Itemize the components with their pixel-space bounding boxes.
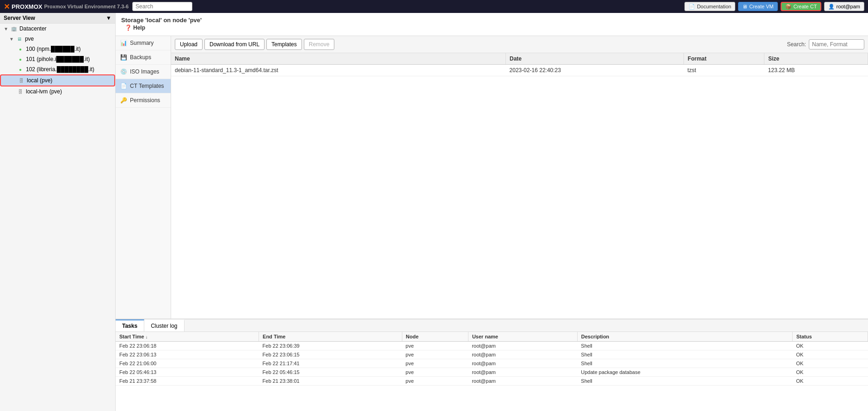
download-url-label: Download from URL [209, 41, 259, 48]
task-status: OK [792, 350, 868, 359]
bottom-tabs: Tasks Cluster log [116, 319, 868, 332]
col-description[interactable]: Description [577, 332, 792, 342]
local-storage-label: local (pve) [27, 77, 52, 84]
task-user: root@pam [468, 377, 577, 386]
vm-102-label: 102 (libreria.████████.it) [26, 66, 94, 73]
vm-running-icon-101: ● [17, 55, 24, 63]
datacenter-icon: 🏢 [10, 25, 18, 32]
col-date[interactable]: Date [506, 53, 684, 65]
col-size[interactable]: Size [764, 53, 868, 65]
tab-tasks[interactable]: Tasks [116, 319, 144, 331]
server-view-label: Server View [4, 15, 35, 21]
tab-cluster-log[interactable]: Cluster log [144, 319, 184, 331]
download-url-button[interactable]: Download from URL [204, 39, 265, 50]
nav-item-ct-templates[interactable]: 📄 CT Templates [116, 79, 171, 93]
documentation-button[interactable]: 📄 Documentation [684, 2, 735, 11]
nav-ct-templates-label: CT Templates [130, 83, 164, 89]
task-end: Feb 22 05:46:15 [259, 368, 402, 377]
templates-label: Templates [271, 41, 297, 48]
file-date: 2023-02-16 22:40:23 [506, 65, 684, 76]
chevron-down-icon: ▼ [106, 15, 111, 21]
col-node[interactable]: Node [402, 332, 468, 342]
nav-summary-label: Summary [130, 40, 154, 46]
task-row[interactable]: Feb 22 21:06:00 Feb 22 21:17:41 pve root… [116, 359, 868, 368]
nav-item-iso[interactable]: 💿 ISO Images [116, 65, 171, 79]
col-end-time[interactable]: End Time [259, 332, 402, 342]
task-desc: Shell [577, 342, 792, 350]
sidebar-item-vm-101[interactable]: ● 101 (pihole.i███████.it) [0, 54, 115, 64]
nav-item-summary[interactable]: 📊 Summary [116, 36, 171, 50]
left-navigation: 📊 Summary 💾 Backups 💿 ISO Images 📄 CT Te… [116, 36, 171, 319]
storage-icon-local: 🗄 [18, 77, 25, 84]
create-ct-label: Create CT [794, 4, 817, 9]
pve-label: pve [25, 36, 34, 42]
templates-button[interactable]: Templates [266, 39, 302, 50]
create-vm-button[interactable]: 🖥 Create VM [738, 2, 778, 11]
task-node: pve [402, 350, 468, 359]
server-view-header[interactable]: Server View ▼ [0, 13, 115, 24]
col-status[interactable]: Status [792, 332, 868, 342]
top-search-input[interactable] [132, 2, 192, 11]
task-status: OK [792, 359, 868, 368]
task-node: pve [402, 377, 468, 386]
help-button[interactable]: ❓ Help [121, 24, 862, 32]
sidebar-item-vm-102[interactable]: ● 102 (libreria.████████.it) [0, 64, 115, 74]
tasks-table: Start Time ↓ End Time Node User name Des… [116, 332, 868, 411]
ct-templates-icon: 📄 [120, 83, 127, 89]
user-menu[interactable]: 👤 root@pam [824, 2, 864, 11]
permissions-icon: 🔑 [120, 97, 127, 104]
task-node: pve [402, 368, 468, 377]
vm-running-icon: ● [17, 45, 24, 53]
task-row[interactable]: Feb 21 23:37:58 Feb 21 23:38:01 pve root… [116, 377, 868, 386]
task-row[interactable]: Feb 22 23:06:13 Feb 22 23:06:15 pve root… [116, 350, 868, 359]
upload-label: Upload [180, 41, 197, 48]
summary-icon: 📊 [120, 40, 127, 46]
col-start-time[interactable]: Start Time ↓ [116, 332, 259, 342]
content-toolbar: Upload Download from URL Templates Remov… [171, 36, 868, 53]
sidebar-item-local-lvm[interactable]: 🗄 local-lvm (pve) [0, 86, 115, 97]
remove-button[interactable]: Remove [304, 39, 335, 50]
nav-iso-label: ISO Images [130, 68, 159, 75]
create-ct-button[interactable]: 📦 Create CT [781, 2, 822, 11]
search-label: Search: [787, 41, 806, 48]
task-row[interactable]: Feb 22 23:06:18 Feb 22 23:06:39 pve root… [116, 342, 868, 350]
panel-title: Storage 'local' on node 'pve' [121, 17, 202, 24]
file-format: tzst [684, 65, 764, 76]
sidebar-item-datacenter[interactable]: ▼ 🏢 Datacenter [0, 24, 115, 34]
app-version: Proxmox Virtual Environment 7.3-6 [44, 4, 129, 9]
sidebar-item-vm-100[interactable]: ● 100 (npm.██████.it) [0, 44, 115, 54]
task-desc: Shell [577, 359, 792, 368]
sidebar-item-local[interactable]: 🗄 local (pve) [0, 74, 115, 86]
task-status: OK [792, 342, 868, 350]
col-format[interactable]: Format [684, 53, 764, 65]
doc-icon: 📄 [689, 4, 695, 10]
user-icon: 👤 [828, 4, 835, 10]
task-row[interactable]: Feb 22 05:46:13 Feb 22 05:46:15 pve root… [116, 368, 868, 377]
logo-proxmox: PROXMOX [12, 3, 42, 10]
username: root@pam [836, 4, 860, 9]
task-start: Feb 22 23:06:18 [116, 342, 259, 350]
task-node: pve [402, 359, 468, 368]
nav-item-permissions[interactable]: 🔑 Permissions [116, 93, 171, 108]
sidebar-item-pve[interactable]: ▼ 🖥 pve [0, 34, 115, 44]
nav-item-backups[interactable]: 💾 Backups [116, 50, 171, 65]
nav-backups-label: Backups [130, 54, 151, 61]
search-input[interactable] [809, 39, 864, 49]
iso-icon: 💿 [120, 68, 127, 75]
storage-icon-lvm: 🗄 [17, 88, 24, 95]
panel-header: Storage 'local' on node 'pve' ❓ Help [116, 13, 868, 36]
task-status: OK [792, 377, 868, 386]
upload-button[interactable]: Upload [175, 39, 203, 50]
create-vm-label: Create VM [749, 4, 774, 9]
task-desc: Shell [577, 350, 792, 359]
task-desc: Update package database [577, 368, 792, 377]
table-row[interactable]: debian-11-standard_11.3-1_amd64.tar.zst … [171, 65, 868, 76]
col-name[interactable]: Name [171, 53, 506, 65]
file-size: 123.22 MB [764, 65, 868, 76]
col-username[interactable]: User name [468, 332, 577, 342]
search-area: Search: [787, 39, 864, 49]
task-node: pve [402, 342, 468, 350]
datacenter-label: Datacenter [19, 25, 47, 32]
task-user: root@pam [468, 342, 577, 350]
sort-arrow: ↓ [146, 335, 148, 339]
